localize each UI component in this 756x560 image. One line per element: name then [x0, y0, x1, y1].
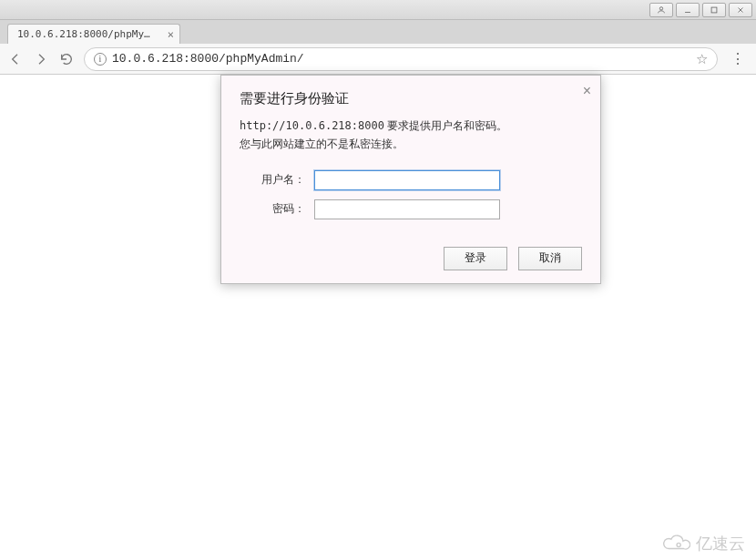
dialog-origin: http://10.0.6.218:8000 [240, 119, 384, 132]
user-button[interactable] [649, 3, 673, 17]
browser-menu-icon[interactable]: ⋮ [727, 50, 749, 67]
back-button[interactable] [7, 51, 24, 67]
maximize-button[interactable] [702, 3, 726, 17]
dialog-close-icon[interactable]: × [583, 83, 591, 99]
dialog-message: http://10.0.6.218:8000 要求提供用户名和密码。 您与此网站… [240, 117, 582, 154]
url-input[interactable] [112, 52, 690, 66]
cancel-button[interactable]: 取消 [518, 247, 582, 270]
browser-tab[interactable]: 10.0.6.218:8000/phpMyAdmin × [7, 24, 180, 44]
watermark-text: 亿速云 [696, 533, 745, 555]
browser-toolbar: i ☆ ⋮ [0, 44, 756, 75]
login-button[interactable]: 登录 [444, 247, 507, 270]
password-row: 密码： [240, 199, 582, 219]
forward-button[interactable] [33, 51, 49, 67]
address-bar[interactable]: i ☆ [84, 47, 718, 71]
username-label: 用户名： [240, 172, 314, 188]
window-titlebar [0, 0, 756, 20]
cloud-logo-icon [659, 534, 690, 554]
window-close-button[interactable] [729, 3, 752, 17]
bookmark-star-icon[interactable]: ☆ [696, 51, 708, 67]
password-label: 密码： [240, 201, 314, 217]
watermark: 亿速云 [659, 533, 745, 555]
tab-close-icon[interactable]: × [168, 28, 174, 41]
svg-point-5 [677, 543, 680, 546]
auth-dialog: × 需要进行身份验证 http://10.0.6.218:8000 要求提供用户… [220, 75, 601, 284]
password-input[interactable] [314, 199, 500, 219]
tab-title: 10.0.6.218:8000/phpMyAdmin [17, 28, 174, 40]
dialog-msg-line2: 您与此网站建立的不是私密连接。 [240, 137, 404, 150]
svg-rect-2 [711, 7, 717, 13]
username-row: 用户名： [240, 170, 582, 190]
tab-strip: 10.0.6.218:8000/phpMyAdmin × [0, 20, 756, 44]
reload-button[interactable] [58, 51, 75, 67]
dialog-title: 需要进行身份验证 [240, 90, 582, 107]
dialog-actions: 登录 取消 [240, 247, 582, 270]
dialog-msg-suffix: 要求提供用户名和密码。 [384, 119, 507, 132]
site-info-icon[interactable]: i [94, 53, 107, 66]
svg-point-0 [659, 6, 662, 9]
username-input[interactable] [314, 170, 500, 190]
minimize-button[interactable] [676, 3, 700, 17]
